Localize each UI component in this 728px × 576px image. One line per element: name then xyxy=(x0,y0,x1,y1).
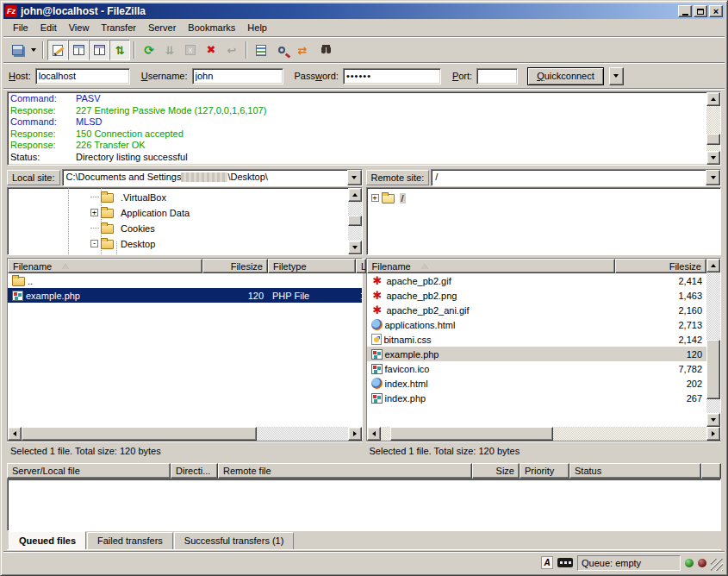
tree-expander-plus-icon[interactable]: + xyxy=(90,209,98,216)
scrollbar-thumb[interactable] xyxy=(348,216,362,226)
local-column-filetype[interactable]: Filetype xyxy=(268,259,356,273)
local-column-filesize[interactable]: Filesize xyxy=(202,259,268,273)
file-row-apache-pb2-png[interactable]: apache_pb2.png1,463 xyxy=(367,288,707,303)
tree-expander-minus-icon[interactable]: - xyxy=(90,240,98,247)
menu-item-bookmarks[interactable]: Bookmarks xyxy=(182,21,241,34)
scroll-up-button[interactable] xyxy=(348,188,362,202)
scrollbar-track[interactable] xyxy=(706,272,720,413)
file-row-applications-html[interactable]: applications.html2,713 xyxy=(367,317,707,332)
site-manager-dropdown-button[interactable] xyxy=(28,40,39,60)
menu-item-edit[interactable]: Edit xyxy=(34,21,63,34)
data-type-indicator-icon[interactable]: A xyxy=(541,556,553,569)
directory-comparison-button[interactable] xyxy=(271,40,292,60)
synchronized-browsing-button[interactable]: ⇄ xyxy=(292,40,313,60)
queue-column-remote-file[interactable]: Remote file xyxy=(218,463,472,479)
file-row-apache-pb2-gif[interactable]: apache_pb2.gif2,414 xyxy=(367,273,707,288)
scroll-left-button[interactable] xyxy=(8,427,22,441)
menu-item-file[interactable]: File xyxy=(7,21,34,34)
remote-column-filesize[interactable]: Filesize xyxy=(615,259,707,273)
scroll-down-button[interactable] xyxy=(348,241,362,254)
local-site-dropdown-button[interactable] xyxy=(347,170,362,185)
speed-limits-icon[interactable] xyxy=(557,558,573,567)
remote-site-combo[interactable]: / xyxy=(431,169,721,186)
local-site-combo[interactable]: C:\Documents and Settings\Desktop\ xyxy=(62,169,363,186)
site-manager-button[interactable] xyxy=(7,40,28,60)
toggle-local-tree-button[interactable] xyxy=(68,40,89,60)
remote-site-dropdown-button[interactable] xyxy=(706,170,720,185)
process-queue-button[interactable]: ⇊ xyxy=(159,40,180,60)
scrollbar-thumb[interactable] xyxy=(390,427,553,441)
refresh-button[interactable]: ⟳ xyxy=(139,40,159,60)
cancel-operation-button[interactable]: x xyxy=(180,40,201,60)
password-input[interactable] xyxy=(343,68,441,85)
local-tree-scrollbar[interactable] xyxy=(348,188,362,254)
queue-column-priority[interactable]: Priority xyxy=(520,463,569,479)
local-horizontal-scrollbar[interactable] xyxy=(8,427,362,441)
message-log-scrollbar[interactable] xyxy=(706,92,720,165)
queue-column-directi[interactable]: Directi... xyxy=(171,463,218,479)
local-column-l[interactable]: L xyxy=(356,259,366,273)
toggle-transfer-queue-button[interactable]: ⇅ xyxy=(109,40,130,60)
scrollbar-thumb[interactable] xyxy=(706,134,720,145)
local-column-filename[interactable]: Filename xyxy=(8,259,202,273)
close-button[interactable]: × xyxy=(709,5,723,17)
menu-item-transfer[interactable]: Transfer xyxy=(95,21,142,34)
remote-list-scrollbar[interactable] xyxy=(706,259,720,427)
file-row-example-php[interactable]: example.php120 xyxy=(367,347,707,361)
arrow-down-icon xyxy=(711,156,716,160)
toggle-remote-tree-button[interactable] xyxy=(89,40,109,60)
tree-item-desktop[interactable]: -Desktop xyxy=(90,236,157,251)
scroll-right-button[interactable] xyxy=(706,427,720,441)
file-row-bitnami-css[interactable]: bitnami.css2,142 xyxy=(367,332,707,347)
scrollbar-track[interactable] xyxy=(348,202,362,241)
file-row-[interactable]: .. xyxy=(8,273,362,288)
log-line-text: Directory listing successful xyxy=(76,152,188,162)
queue-list[interactable] xyxy=(7,479,721,531)
scroll-down-button[interactable] xyxy=(706,151,720,165)
quickconnect-button[interactable]: Quickconnect xyxy=(527,67,604,85)
queue-column-server-local-file[interactable]: Server/Local file xyxy=(7,463,171,479)
file-row-example-php[interactable]: example.php120PHP File1 xyxy=(8,288,362,303)
queue-column-status[interactable]: Status xyxy=(569,463,701,479)
scroll-up-button[interactable] xyxy=(706,259,720,272)
scrollbar-thumb[interactable] xyxy=(22,427,257,441)
minimize-button[interactable] xyxy=(678,5,692,17)
tree-item-application-data[interactable]: +Application Data xyxy=(90,205,191,220)
disconnect-button[interactable]: ✖ xyxy=(201,40,221,60)
menu-item-view[interactable]: View xyxy=(63,21,96,34)
scroll-left-button[interactable] xyxy=(367,427,381,441)
tree-item-root[interactable]: +/ xyxy=(371,191,406,205)
scrollbar-thumb[interactable] xyxy=(706,340,720,398)
file-row-index-php[interactable]: index.php267 xyxy=(367,391,707,405)
reconnect-button[interactable]: ↩ xyxy=(221,40,242,60)
scroll-down-button[interactable] xyxy=(706,413,720,427)
tree-item-cookies[interactable]: Cookies xyxy=(90,221,157,235)
port-input[interactable] xyxy=(476,68,518,85)
file-row-index-html[interactable]: index.html202 xyxy=(367,376,707,391)
scroll-up-button[interactable] xyxy=(706,92,720,106)
tree-item-virtualbox[interactable]: .VirtualBox xyxy=(90,190,168,204)
resize-grip[interactable] xyxy=(711,559,723,571)
tab-failed-transfers[interactable]: Failed transfers xyxy=(87,532,173,549)
tab-queued-files[interactable]: Queued files xyxy=(9,531,86,549)
tree-expander-plus-icon[interactable]: + xyxy=(371,194,379,202)
host-input[interactable] xyxy=(35,68,130,85)
maximize-button[interactable] xyxy=(694,5,707,17)
username-input[interactable] xyxy=(192,68,283,85)
scrollbar-track[interactable] xyxy=(22,427,348,441)
scrollbar-track[interactable] xyxy=(706,106,720,151)
menu-item-help[interactable]: Help xyxy=(241,21,273,34)
scrollbar-track[interactable] xyxy=(381,427,707,441)
tab-successful-transfers-1[interactable]: Successful transfers (1) xyxy=(174,532,295,549)
menu-item-server[interactable]: Server xyxy=(142,21,182,34)
file-row-favicon-ico[interactable]: favicon.ico7,782 xyxy=(367,361,707,376)
directory-listing-filters-button[interactable] xyxy=(251,40,271,60)
remote-horizontal-scrollbar[interactable] xyxy=(367,427,721,441)
scroll-right-button[interactable] xyxy=(348,427,362,441)
quickconnect-dropdown-button[interactable] xyxy=(609,67,624,85)
file-row-apache-pb2-ani-gif[interactable]: apache_pb2_ani.gif2,160 xyxy=(367,303,707,317)
toggle-message-log-button[interactable] xyxy=(47,40,68,60)
queue-column-size[interactable]: Size xyxy=(472,463,520,479)
find-files-button[interactable] xyxy=(313,40,333,60)
remote-column-filename[interactable]: Filename xyxy=(367,259,615,273)
